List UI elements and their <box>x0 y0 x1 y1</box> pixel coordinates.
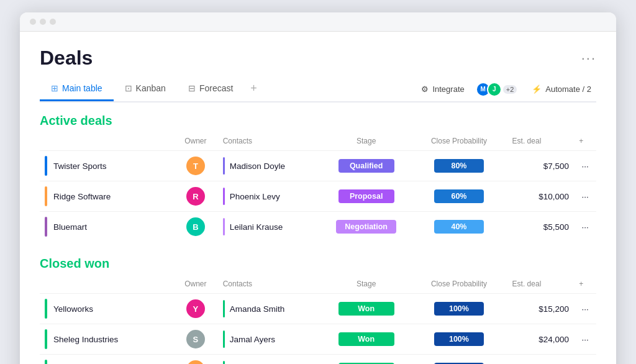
avatar-2: J <box>487 82 502 97</box>
col-header-add: + <box>574 134 596 151</box>
add-row-button[interactable]: ··· <box>574 294 596 324</box>
owner-avatar: Y <box>186 299 205 318</box>
tab-forecast[interactable]: ⊟ Forecast <box>177 78 244 101</box>
contact-name: Jamal Ayers <box>230 335 275 344</box>
deal-color-bar <box>45 299 47 319</box>
owner-avatar: B <box>186 217 205 236</box>
titlebar <box>20 12 616 32</box>
est-cell: $7,500 <box>507 151 575 181</box>
stage-cell: Won <box>322 324 411 355</box>
tabs-right: ⚙ Integrate M J +2 ⚡ Automate / 2 <box>416 82 596 97</box>
est-cell: $5,500 <box>507 212 575 242</box>
deal-name-cell: Zift Records <box>40 355 173 365</box>
deal-name-cell: Ridge Software <box>40 181 173 212</box>
contact-cell: Amanda Smith <box>218 294 322 324</box>
closed-won-table: Owner Contacts Stage Close Probability E… <box>40 277 596 364</box>
integrate-button[interactable]: ⚙ Integrate <box>416 82 469 96</box>
owner-avatar: R <box>186 187 205 206</box>
prob-badge: 100% <box>434 302 484 316</box>
titlebar-dot-1 <box>30 19 36 25</box>
contact-cell: Jamal Ayers <box>218 324 322 355</box>
add-row-button[interactable]: ··· <box>574 324 596 355</box>
forecast-icon: ⊟ <box>188 83 196 93</box>
closed-col-header-stage: Stage <box>322 277 411 294</box>
owner-cell: Z <box>173 355 218 365</box>
prob-cell: 60% <box>411 181 507 212</box>
prob-cell: 100% <box>411 324 507 355</box>
active-deals-table: Owner Contacts Stage Close Probability E… <box>40 134 596 242</box>
automate-label: Automate / 2 <box>545 84 591 94</box>
tab-main-table[interactable]: ⊞ Main table <box>40 78 114 101</box>
more-button[interactable]: ··· <box>581 50 596 66</box>
contact-name: Phoenix Levy <box>230 192 280 201</box>
stage-cell: Proposal <box>322 181 411 212</box>
stage-badge: Qualified <box>338 159 394 173</box>
contact-bar <box>223 330 225 348</box>
est-cell: $24,000 <box>507 324 575 355</box>
deal-name: Sheleg Industries <box>53 335 118 344</box>
table-row[interactable]: Zift Records Z Elian Warren Won 100% $4,… <box>40 355 596 365</box>
table-row[interactable]: Ridge Software R Phoenix Levy Proposal 6… <box>40 181 596 212</box>
contact-cell: Phoenix Levy <box>218 181 322 212</box>
col-header-deal <box>40 134 173 151</box>
stage-badge: Negotiation <box>336 220 396 234</box>
col-header-owner: Owner <box>173 134 218 151</box>
prob-badge: 60% <box>434 189 484 203</box>
col-header-est: Est. deal <box>507 134 575 151</box>
add-row-button[interactable]: ··· <box>574 181 596 212</box>
owner-cell: S <box>173 324 218 355</box>
est-cell: $4,000 <box>507 355 575 365</box>
active-deals-body: Twister Sports T Madison Doyle Qualified… <box>40 151 596 242</box>
stage-badge: Proposal <box>338 189 394 203</box>
prob-cell: 100% <box>411 355 507 365</box>
contact-bar <box>223 300 225 317</box>
deal-color-bar <box>45 329 47 349</box>
contact-name: Madison Doyle <box>230 162 285 171</box>
table-row[interactable]: Bluemart B Leilani Krause Negotiation 40… <box>40 212 596 242</box>
automate-button[interactable]: ⚡ Automate / 2 <box>527 82 596 96</box>
stage-cell: Qualified <box>322 151 411 181</box>
deal-name: Yelloworks <box>53 304 93 314</box>
table-row[interactable]: Yelloworks Y Amanda Smith Won 100% $15,2… <box>40 294 596 324</box>
add-row-button[interactable]: ··· <box>574 212 596 242</box>
contact-name: Amanda Smith <box>230 304 285 314</box>
prob-badge: 40% <box>434 220 484 234</box>
closed-col-header-owner: Owner <box>173 277 218 294</box>
table-row[interactable]: Sheleg Industries S Jamal Ayers Won 100%… <box>40 324 596 355</box>
stage-cell: Won <box>322 294 411 324</box>
prob-cell: 100% <box>411 294 507 324</box>
active-deals-section: Active deals Owner Contacts Stage Close … <box>40 114 596 242</box>
page-content: Deals ··· ⊞ Main table ⊡ Kanban ⊟ Foreca… <box>20 32 616 364</box>
tabs-left: ⊞ Main table ⊡ Kanban ⊟ Forecast + <box>40 77 263 101</box>
contact-bar <box>223 361 225 364</box>
closed-col-header-add: + <box>574 277 596 294</box>
deal-name: Twister Sports <box>53 162 107 171</box>
add-row-button[interactable]: ··· <box>574 151 596 181</box>
owner-avatar: S <box>186 330 205 348</box>
deal-color-bar <box>45 217 47 237</box>
closed-col-header-est: Est. deal <box>507 277 575 294</box>
stage-cell: Negotiation <box>322 212 411 242</box>
tab-forecast-label: Forecast <box>199 83 233 93</box>
est-cell: $15,200 <box>507 294 575 324</box>
deal-color-bar <box>45 186 47 206</box>
add-row-button[interactable]: ··· <box>574 355 596 365</box>
col-header-contacts: Contacts <box>218 134 322 151</box>
deal-color-bar <box>45 360 47 364</box>
owner-avatar: T <box>186 157 205 175</box>
titlebar-dot-2 <box>40 19 46 25</box>
contact-cell: Madison Doyle <box>218 151 322 181</box>
col-header-prob: Close Probability <box>411 134 507 151</box>
avatar-badge: +2 <box>503 85 517 94</box>
titlebar-dot-3 <box>50 19 56 25</box>
table-row[interactable]: Twister Sports T Madison Doyle Qualified… <box>40 151 596 181</box>
add-tab-button[interactable]: + <box>244 77 263 101</box>
contact-cell: Elian Warren <box>218 355 322 365</box>
deal-name-cell: Twister Sports <box>40 151 173 181</box>
main-table-icon: ⊞ <box>51 83 58 93</box>
closed-won-title: Closed won <box>40 257 596 271</box>
active-deals-title: Active deals <box>40 114 596 128</box>
tab-kanban[interactable]: ⊡ Kanban <box>114 78 177 101</box>
contact-bar <box>223 188 225 205</box>
prob-cell: 40% <box>411 212 507 242</box>
